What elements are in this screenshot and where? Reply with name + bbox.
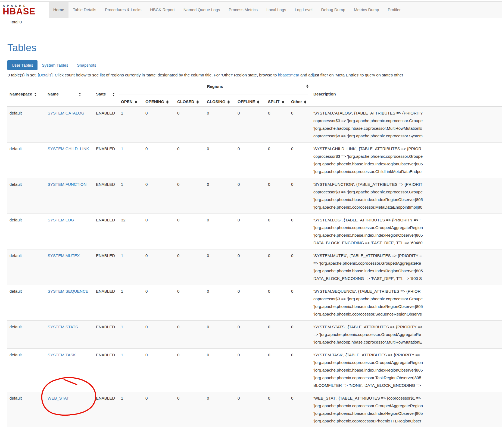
cell-region-count-opening[interactable]: 0 bbox=[143, 285, 175, 321]
hbase-logo[interactable]: APACHE HBASE bbox=[0, 2, 49, 18]
cell-region-count-split[interactable]: 0 bbox=[266, 249, 289, 285]
cell-region-count-other[interactable]: 0 bbox=[289, 249, 311, 285]
cell-region-count-split[interactable]: 0 bbox=[266, 178, 289, 214]
cell-region-count-closed[interactable]: 0 bbox=[175, 392, 205, 428]
nav-item-named-queue-logs[interactable]: Named Queue Logs bbox=[179, 2, 224, 18]
tab-snapshots[interactable]: Snapshots bbox=[73, 60, 101, 70]
cell-region-count-offline[interactable]: 0 bbox=[235, 214, 266, 249]
cell-region-count-offline[interactable]: 0 bbox=[235, 321, 266, 349]
cell-region-count-closing[interactable]: 0 bbox=[205, 214, 235, 249]
sort-icon[interactable] bbox=[257, 100, 259, 104]
cell-region-count-closing[interactable]: 0 bbox=[205, 249, 235, 285]
sort-icon[interactable] bbox=[282, 100, 284, 104]
cell-region-count-split[interactable]: 0 bbox=[266, 349, 289, 392]
cell-region-count-offline[interactable]: 0 bbox=[235, 143, 266, 178]
cell-region-count-closed[interactable]: 0 bbox=[175, 107, 205, 143]
cell-region-count-open[interactable]: 1 bbox=[119, 107, 143, 143]
nav-item-log-level[interactable]: Log Level bbox=[291, 2, 317, 18]
cell-region-count-split[interactable]: 0 bbox=[266, 107, 289, 143]
table-name-link-web-stat[interactable]: WEB_STAT bbox=[48, 396, 69, 400]
cell-region-count-closing[interactable]: 0 bbox=[205, 392, 235, 428]
cell-region-count-closed[interactable]: 0 bbox=[175, 143, 205, 178]
cell-region-count-open[interactable]: 1 bbox=[119, 392, 143, 428]
table-name-link-system-function[interactable]: SYSTEM.FUNCTION bbox=[48, 182, 86, 187]
cell-region-count-closing[interactable]: 0 bbox=[205, 285, 235, 321]
cell-region-count-closing[interactable]: 0 bbox=[205, 107, 235, 143]
cell-region-count-closing[interactable]: 0 bbox=[205, 178, 235, 214]
cell-region-count-other[interactable]: 0 bbox=[289, 107, 311, 143]
table-name-link-system-task[interactable]: SYSTEM.TASK bbox=[48, 353, 76, 357]
sort-icon[interactable] bbox=[306, 85, 308, 88]
cell-region-count-opening[interactable]: 0 bbox=[143, 143, 175, 178]
nav-item-local-logs[interactable]: Local Logs bbox=[262, 2, 291, 18]
cell-region-count-split[interactable]: 0 bbox=[266, 392, 289, 428]
nav-item-metrics-dump[interactable]: Metrics Dump bbox=[350, 2, 383, 18]
table-name-link-system-sequence[interactable]: SYSTEM.SEQUENCE bbox=[48, 289, 88, 293]
cell-region-count-offline[interactable]: 0 bbox=[235, 107, 266, 143]
sort-icon[interactable] bbox=[304, 100, 306, 104]
cell-region-count-opening[interactable]: 0 bbox=[143, 249, 175, 285]
cell-region-count-other[interactable]: 0 bbox=[289, 178, 311, 214]
cell-region-count-opening[interactable]: 0 bbox=[143, 349, 175, 392]
sort-icon[interactable] bbox=[197, 100, 199, 104]
nav-item-debug-dump[interactable]: Debug Dump bbox=[317, 2, 350, 18]
cell-region-count-open[interactable]: 1 bbox=[119, 349, 143, 392]
nav-item-profiler[interactable]: Profiler bbox=[383, 2, 405, 18]
nav-item-home[interactable]: Home bbox=[49, 2, 68, 18]
cell-region-count-closing[interactable]: 0 bbox=[205, 321, 235, 349]
table-name-link-system-log[interactable]: SYSTEM.LOG bbox=[48, 218, 74, 222]
cell-region-count-opening[interactable]: 0 bbox=[143, 321, 175, 349]
cell-region-count-offline[interactable]: 0 bbox=[235, 349, 266, 392]
cell-region-count-other[interactable]: 0 bbox=[289, 285, 311, 321]
cell-region-count-offline[interactable]: 0 bbox=[235, 178, 266, 214]
cell-region-count-offline[interactable]: 0 bbox=[235, 392, 266, 428]
cell-region-count-closed[interactable]: 0 bbox=[175, 285, 205, 321]
details-link[interactable]: Details bbox=[39, 73, 51, 77]
cell-region-count-other[interactable]: 0 bbox=[289, 321, 311, 349]
cell-region-count-opening[interactable]: 0 bbox=[143, 107, 175, 143]
cell-region-count-closing[interactable]: 0 bbox=[205, 143, 235, 178]
sort-icon[interactable] bbox=[113, 93, 115, 96]
cell-region-count-offline[interactable]: 0 bbox=[235, 249, 266, 285]
cell-region-count-offline[interactable]: 0 bbox=[235, 285, 266, 321]
sort-icon[interactable] bbox=[135, 100, 137, 104]
cell-region-count-closed[interactable]: 0 bbox=[175, 321, 205, 349]
nav-item-process-metrics[interactable]: Process Metrics bbox=[224, 2, 262, 18]
cell-region-count-split[interactable]: 0 bbox=[266, 285, 289, 321]
table-name-link-system-catalog[interactable]: SYSTEM.CATALOG bbox=[48, 111, 84, 115]
cell-region-count-closed[interactable]: 0 bbox=[175, 349, 205, 392]
cell-region-count-split[interactable]: 0 bbox=[266, 143, 289, 178]
table-name-link-system-child-link[interactable]: SYSTEM.CHILD_LINK bbox=[48, 146, 89, 151]
cell-region-count-closed[interactable]: 0 bbox=[175, 249, 205, 285]
nav-item-hbck-report[interactable]: HBCK Report bbox=[146, 2, 179, 18]
tab-user-tables[interactable]: User Tables bbox=[7, 60, 38, 70]
cell-region-count-split[interactable]: 0 bbox=[266, 214, 289, 249]
cell-region-count-opening[interactable]: 0 bbox=[143, 214, 175, 249]
table-name-link-system-stats[interactable]: SYSTEM.STATS bbox=[48, 325, 78, 329]
tab-system-tables[interactable]: System Tables bbox=[38, 60, 73, 70]
cell-region-count-closed[interactable]: 0 bbox=[175, 178, 205, 214]
cell-region-count-other[interactable]: 0 bbox=[289, 349, 311, 392]
cell-region-count-closing[interactable]: 0 bbox=[205, 349, 235, 392]
nav-item-procedures-locks[interactable]: Procedures & Locks bbox=[101, 2, 146, 18]
cell-region-count-open[interactable]: 1 bbox=[119, 321, 143, 349]
sort-icon[interactable] bbox=[79, 93, 81, 96]
cell-region-count-open[interactable]: 1 bbox=[119, 285, 143, 321]
sort-icon[interactable] bbox=[227, 100, 230, 104]
cell-region-count-split[interactable]: 0 bbox=[266, 321, 289, 349]
cell-region-count-open[interactable]: 1 bbox=[119, 143, 143, 178]
cell-region-count-other[interactable]: 0 bbox=[289, 392, 311, 428]
cell-region-count-other[interactable]: 0 bbox=[289, 214, 311, 249]
cell-region-count-open[interactable]: 32 bbox=[119, 214, 143, 249]
sort-icon[interactable] bbox=[166, 100, 169, 104]
cell-region-count-opening[interactable]: 0 bbox=[143, 392, 175, 428]
cell-region-count-opening[interactable]: 0 bbox=[143, 178, 175, 214]
cell-region-count-other[interactable]: 0 bbox=[289, 143, 311, 178]
cell-region-count-open[interactable]: 1 bbox=[119, 249, 143, 285]
hbase-meta-link[interactable]: hbase:meta bbox=[278, 73, 299, 77]
table-name-link-system-mutex[interactable]: SYSTEM.MUTEX bbox=[48, 253, 80, 258]
cell-region-count-closed[interactable]: 0 bbox=[175, 214, 205, 249]
cell-region-count-open[interactable]: 1 bbox=[119, 178, 143, 214]
nav-item-table-details[interactable]: Table Details bbox=[68, 2, 101, 18]
sort-icon[interactable] bbox=[34, 93, 36, 96]
